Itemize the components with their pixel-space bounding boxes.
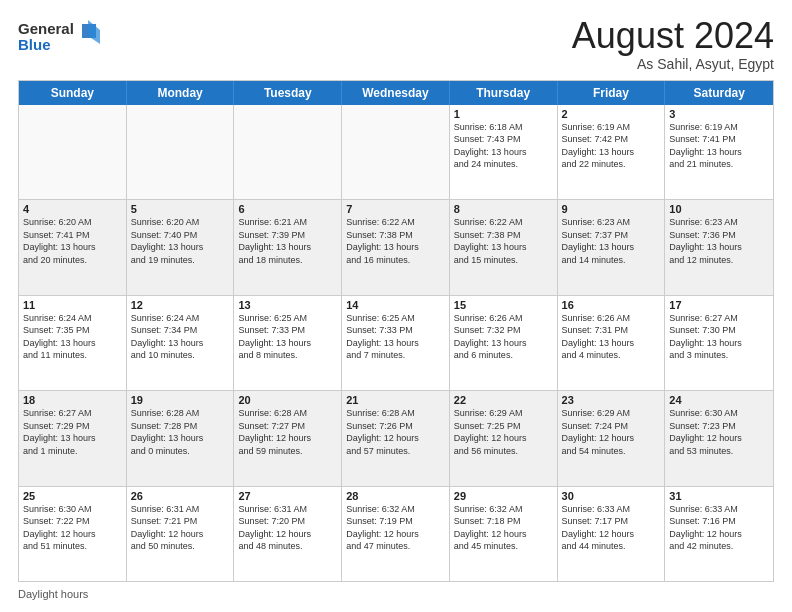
day-number: 25 — [23, 490, 122, 502]
page: General Blue August 2024 As Sahil, Asyut… — [0, 0, 792, 612]
day-info: Sunrise: 6:31 AMSunset: 7:20 PMDaylight:… — [238, 503, 337, 553]
day-info: Sunrise: 6:23 AMSunset: 7:36 PMDaylight:… — [669, 216, 769, 266]
day-number: 3 — [669, 108, 769, 120]
footer-text: Daylight hours — [18, 588, 88, 600]
calendar-cell: 9Sunrise: 6:23 AMSunset: 7:37 PMDaylight… — [558, 200, 666, 294]
logo: General Blue — [18, 16, 108, 64]
calendar-header-cell: Sunday — [19, 81, 127, 105]
subtitle: As Sahil, Asyut, Egypt — [572, 56, 774, 72]
day-number: 14 — [346, 299, 445, 311]
calendar-cell: 15Sunrise: 6:26 AMSunset: 7:32 PMDayligh… — [450, 296, 558, 390]
day-number: 13 — [238, 299, 337, 311]
day-number: 18 — [23, 394, 122, 406]
calendar-cell — [342, 105, 450, 199]
day-number: 20 — [238, 394, 337, 406]
day-number: 27 — [238, 490, 337, 502]
day-number: 7 — [346, 203, 445, 215]
day-number: 26 — [131, 490, 230, 502]
day-info: Sunrise: 6:22 AMSunset: 7:38 PMDaylight:… — [346, 216, 445, 266]
day-number: 16 — [562, 299, 661, 311]
calendar-cell: 18Sunrise: 6:27 AMSunset: 7:29 PMDayligh… — [19, 391, 127, 485]
calendar-cell: 28Sunrise: 6:32 AMSunset: 7:19 PMDayligh… — [342, 487, 450, 581]
calendar-cell — [234, 105, 342, 199]
day-number: 12 — [131, 299, 230, 311]
day-info: Sunrise: 6:28 AMSunset: 7:26 PMDaylight:… — [346, 407, 445, 457]
day-number: 5 — [131, 203, 230, 215]
calendar-week: 11Sunrise: 6:24 AMSunset: 7:35 PMDayligh… — [19, 296, 773, 391]
day-number: 8 — [454, 203, 553, 215]
calendar-cell: 2Sunrise: 6:19 AMSunset: 7:42 PMDaylight… — [558, 105, 666, 199]
calendar-cell: 14Sunrise: 6:25 AMSunset: 7:33 PMDayligh… — [342, 296, 450, 390]
calendar-cell: 12Sunrise: 6:24 AMSunset: 7:34 PMDayligh… — [127, 296, 235, 390]
calendar-cell: 3Sunrise: 6:19 AMSunset: 7:41 PMDaylight… — [665, 105, 773, 199]
day-number: 24 — [669, 394, 769, 406]
day-info: Sunrise: 6:29 AMSunset: 7:25 PMDaylight:… — [454, 407, 553, 457]
title-block: August 2024 As Sahil, Asyut, Egypt — [572, 16, 774, 72]
svg-text:General: General — [18, 20, 74, 37]
day-info: Sunrise: 6:25 AMSunset: 7:33 PMDaylight:… — [238, 312, 337, 362]
day-number: 22 — [454, 394, 553, 406]
day-info: Sunrise: 6:20 AMSunset: 7:41 PMDaylight:… — [23, 216, 122, 266]
calendar-week: 4Sunrise: 6:20 AMSunset: 7:41 PMDaylight… — [19, 200, 773, 295]
calendar-cell: 4Sunrise: 6:20 AMSunset: 7:41 PMDaylight… — [19, 200, 127, 294]
calendar-cell: 20Sunrise: 6:28 AMSunset: 7:27 PMDayligh… — [234, 391, 342, 485]
calendar-header-row: SundayMondayTuesdayWednesdayThursdayFrid… — [19, 81, 773, 105]
calendar-cell: 27Sunrise: 6:31 AMSunset: 7:20 PMDayligh… — [234, 487, 342, 581]
day-info: Sunrise: 6:27 AMSunset: 7:30 PMDaylight:… — [669, 312, 769, 362]
calendar-cell: 22Sunrise: 6:29 AMSunset: 7:25 PMDayligh… — [450, 391, 558, 485]
day-info: Sunrise: 6:24 AMSunset: 7:34 PMDaylight:… — [131, 312, 230, 362]
calendar-cell: 24Sunrise: 6:30 AMSunset: 7:23 PMDayligh… — [665, 391, 773, 485]
day-info: Sunrise: 6:32 AMSunset: 7:19 PMDaylight:… — [346, 503, 445, 553]
day-info: Sunrise: 6:28 AMSunset: 7:27 PMDaylight:… — [238, 407, 337, 457]
day-info: Sunrise: 6:22 AMSunset: 7:38 PMDaylight:… — [454, 216, 553, 266]
calendar-cell: 19Sunrise: 6:28 AMSunset: 7:28 PMDayligh… — [127, 391, 235, 485]
day-number: 29 — [454, 490, 553, 502]
day-number: 11 — [23, 299, 122, 311]
day-number: 31 — [669, 490, 769, 502]
day-info: Sunrise: 6:28 AMSunset: 7:28 PMDaylight:… — [131, 407, 230, 457]
calendar-cell: 25Sunrise: 6:30 AMSunset: 7:22 PMDayligh… — [19, 487, 127, 581]
calendar-cell: 6Sunrise: 6:21 AMSunset: 7:39 PMDaylight… — [234, 200, 342, 294]
footer: Daylight hours — [18, 588, 774, 600]
day-info: Sunrise: 6:21 AMSunset: 7:39 PMDaylight:… — [238, 216, 337, 266]
day-number: 4 — [23, 203, 122, 215]
day-info: Sunrise: 6:26 AMSunset: 7:31 PMDaylight:… — [562, 312, 661, 362]
calendar-cell: 8Sunrise: 6:22 AMSunset: 7:38 PMDaylight… — [450, 200, 558, 294]
day-number: 1 — [454, 108, 553, 120]
calendar-week: 25Sunrise: 6:30 AMSunset: 7:22 PMDayligh… — [19, 487, 773, 581]
main-title: August 2024 — [572, 16, 774, 56]
calendar-cell: 21Sunrise: 6:28 AMSunset: 7:26 PMDayligh… — [342, 391, 450, 485]
day-number: 6 — [238, 203, 337, 215]
calendar-header-cell: Saturday — [665, 81, 773, 105]
calendar-cell: 1Sunrise: 6:18 AMSunset: 7:43 PMDaylight… — [450, 105, 558, 199]
calendar-cell: 16Sunrise: 6:26 AMSunset: 7:31 PMDayligh… — [558, 296, 666, 390]
day-info: Sunrise: 6:29 AMSunset: 7:24 PMDaylight:… — [562, 407, 661, 457]
calendar-cell: 13Sunrise: 6:25 AMSunset: 7:33 PMDayligh… — [234, 296, 342, 390]
header: General Blue August 2024 As Sahil, Asyut… — [18, 16, 774, 72]
calendar-cell — [19, 105, 127, 199]
calendar-cell: 30Sunrise: 6:33 AMSunset: 7:17 PMDayligh… — [558, 487, 666, 581]
svg-marker-3 — [88, 20, 100, 44]
calendar-cell: 10Sunrise: 6:23 AMSunset: 7:36 PMDayligh… — [665, 200, 773, 294]
calendar-cell: 11Sunrise: 6:24 AMSunset: 7:35 PMDayligh… — [19, 296, 127, 390]
day-info: Sunrise: 6:30 AMSunset: 7:23 PMDaylight:… — [669, 407, 769, 457]
day-info: Sunrise: 6:25 AMSunset: 7:33 PMDaylight:… — [346, 312, 445, 362]
day-number: 19 — [131, 394, 230, 406]
day-number: 28 — [346, 490, 445, 502]
day-number: 10 — [669, 203, 769, 215]
calendar-body: 1Sunrise: 6:18 AMSunset: 7:43 PMDaylight… — [19, 105, 773, 581]
calendar: SundayMondayTuesdayWednesdayThursdayFrid… — [18, 80, 774, 582]
svg-text:Blue: Blue — [18, 36, 51, 53]
day-info: Sunrise: 6:26 AMSunset: 7:32 PMDaylight:… — [454, 312, 553, 362]
calendar-cell: 7Sunrise: 6:22 AMSunset: 7:38 PMDaylight… — [342, 200, 450, 294]
calendar-week: 18Sunrise: 6:27 AMSunset: 7:29 PMDayligh… — [19, 391, 773, 486]
calendar-cell: 5Sunrise: 6:20 AMSunset: 7:40 PMDaylight… — [127, 200, 235, 294]
calendar-cell: 29Sunrise: 6:32 AMSunset: 7:18 PMDayligh… — [450, 487, 558, 581]
calendar-cell — [127, 105, 235, 199]
day-number: 23 — [562, 394, 661, 406]
day-info: Sunrise: 6:19 AMSunset: 7:42 PMDaylight:… — [562, 121, 661, 171]
day-info: Sunrise: 6:33 AMSunset: 7:16 PMDaylight:… — [669, 503, 769, 553]
calendar-header-cell: Friday — [558, 81, 666, 105]
day-info: Sunrise: 6:20 AMSunset: 7:40 PMDaylight:… — [131, 216, 230, 266]
day-number: 2 — [562, 108, 661, 120]
